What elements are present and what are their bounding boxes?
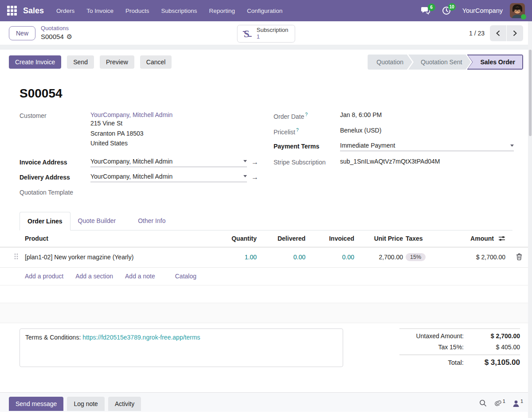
customer-label: Customer [20, 111, 90, 148]
menu-subscriptions[interactable]: Subscriptions [161, 8, 197, 14]
cell-product[interactable]: [plan1-02] New yorker magzine (Yearly) [25, 254, 215, 261]
pager-previous-button[interactable] [490, 25, 506, 41]
dropdown-caret-icon[interactable] [243, 175, 247, 177]
record-title: S00054 [20, 86, 512, 101]
terms-url-link[interactable]: https://fd20515e3789.ngrok-free.app/term… [82, 334, 200, 341]
status-bar: Quotation Quotation Sent Sales Order [368, 55, 523, 70]
drag-handle-icon[interactable] [14, 253, 25, 261]
cell-invoiced[interactable]: 0.00 [308, 254, 357, 261]
page-scrollbar[interactable] [528, 21, 532, 418]
search-messages-icon[interactable] [479, 399, 487, 407]
col-amount[interactable]: Amount [470, 235, 494, 242]
tab-quote-builder[interactable]: Quote Builder [70, 212, 124, 230]
customer-street: 215 Vine St [90, 118, 172, 129]
col-delivered[interactable]: Delivered [259, 235, 308, 242]
cell-amount: $ 2,700.00 [432, 254, 505, 261]
activities-badge: 10 [448, 3, 456, 11]
terms-and-conditions-box[interactable]: Terms & Conditions: https://fd20515e3789… [20, 328, 343, 367]
payment-terms-field[interactable]: Immediate Payment [340, 142, 514, 151]
help-marker: ? [296, 128, 299, 133]
log-note-button[interactable]: Log note [67, 397, 105, 411]
followers-icon[interactable]: 1 [512, 400, 523, 407]
dropdown-caret-icon[interactable] [510, 145, 514, 147]
attachments-icon[interactable]: 1 [494, 399, 505, 407]
app-name[interactable]: Sales [23, 6, 44, 16]
online-status-dot [521, 14, 526, 20]
status-step-quotation[interactable]: Quotation [368, 55, 412, 70]
followers-count: 1 [520, 398, 523, 404]
subscription-button-label: Subscription [257, 27, 289, 34]
tab-other-info[interactable]: Other Info [130, 212, 173, 230]
cell-delivered[interactable]: 0.00 [259, 254, 308, 261]
menu-to-invoice[interactable]: To Invoice [86, 8, 113, 14]
col-quantity[interactable]: Quantity [215, 235, 259, 242]
tab-order-lines[interactable]: Order Lines [20, 212, 70, 230]
notebook-tabs: Order Lines Quote Builder Other Info [20, 211, 512, 230]
menu-products[interactable]: Products [125, 8, 149, 14]
record-actions-gear-icon[interactable]: ⚙ [66, 33, 72, 40]
untaxed-amount-value: $ 2,700.00 [473, 332, 520, 340]
stripe-subscription-label: Stripe Subscription [274, 158, 340, 166]
subscription-smart-button[interactable]: S Subscription 1 [237, 25, 295, 43]
help-marker: ? [305, 112, 308, 117]
untaxed-amount-label: Untaxed Amount: [416, 332, 464, 340]
catalog-link[interactable]: Catalog [175, 273, 196, 280]
create-invoice-button[interactable]: Create Invoice [9, 55, 61, 69]
messages-icon[interactable]: 6 [421, 7, 430, 15]
status-step-quotation-sent[interactable]: Quotation Sent [408, 55, 471, 70]
form-sheet: Create Invoice Send Preview Cancel Quota… [0, 50, 532, 393]
activity-button[interactable]: Activity [108, 397, 141, 411]
invoice-address-open-icon[interactable]: → [251, 158, 258, 166]
pager: 1 / 23 [469, 21, 523, 45]
cell-unit-price[interactable]: 2,700.00 [357, 254, 406, 261]
apps-menu-icon[interactable] [7, 6, 17, 16]
col-taxes[interactable]: Taxes [406, 235, 432, 242]
scrollbar-thumb[interactable] [529, 50, 532, 136]
tax-value: $ 405.00 [473, 344, 520, 351]
activities-icon[interactable]: 10 [442, 6, 451, 15]
cell-quantity[interactable]: 1.00 [215, 254, 259, 261]
chevron-right-icon [512, 30, 517, 36]
status-step-sales-order[interactable]: Sales Order [467, 55, 523, 70]
new-button[interactable]: New [9, 26, 35, 40]
menu-orders[interactable]: Orders [56, 8, 74, 14]
order-date-label: Order Date? [274, 111, 340, 120]
delete-row-icon[interactable] [516, 253, 522, 260]
pricelist-value[interactable]: Benelux (USD) [340, 127, 381, 136]
chevron-left-icon [496, 30, 501, 36]
add-a-note-link[interactable]: Add a note [125, 273, 155, 280]
menu-reporting[interactable]: Reporting [209, 8, 235, 14]
dropdown-caret-icon[interactable] [243, 160, 247, 162]
empty-list-row [0, 285, 532, 303]
quotation-template-field[interactable] [73, 188, 269, 196]
order-date-value[interactable]: Jan 8, 6:00 PM [340, 111, 382, 120]
table-footer-links: Add a product Add a section Add a note C… [0, 268, 532, 285]
empty-list-row [0, 303, 532, 323]
breadcrumb: Quotations S00054⚙ [41, 25, 72, 41]
col-invoiced[interactable]: Invoiced [308, 235, 357, 242]
company-name[interactable]: YourCompany [462, 7, 503, 14]
add-a-section-link[interactable]: Add a section [75, 273, 113, 280]
payment-terms-label: Payment Terms [274, 142, 340, 151]
tax-badge[interactable]: 15% [406, 253, 426, 261]
menu-configuration[interactable]: Configuration [247, 8, 282, 14]
send-message-button[interactable]: Send message [9, 397, 63, 411]
pager-next-button[interactable] [507, 25, 523, 41]
cancel-button[interactable]: Cancel [140, 55, 172, 69]
order-line-row[interactable]: [plan1-02] New yorker magzine (Yearly) 1… [0, 247, 532, 268]
preview-button[interactable]: Preview [100, 55, 134, 69]
send-button[interactable]: Send [67, 55, 94, 69]
optional-columns-icon[interactable] [498, 235, 505, 242]
total-value: $ 3,105.00 [473, 358, 520, 367]
breadcrumb-quotations-link[interactable]: Quotations [41, 25, 72, 32]
user-avatar[interactable] [510, 3, 525, 18]
delivery-address-field[interactable]: YourCompany, Mitchell Admin [90, 173, 247, 182]
subscription-button-count: 1 [257, 34, 289, 40]
customer-link[interactable]: YourCompany, Mitchell Admin [90, 111, 172, 118]
col-unit-price[interactable]: Unit Price [357, 235, 406, 242]
quotation-template-label: Quotation Template [20, 188, 73, 196]
add-a-product-link[interactable]: Add a product [25, 273, 63, 280]
delivery-address-open-icon[interactable]: → [251, 173, 258, 181]
invoice-address-field[interactable]: YourCompany, Mitchell Admin [90, 158, 247, 167]
col-product[interactable]: Product [25, 235, 215, 242]
